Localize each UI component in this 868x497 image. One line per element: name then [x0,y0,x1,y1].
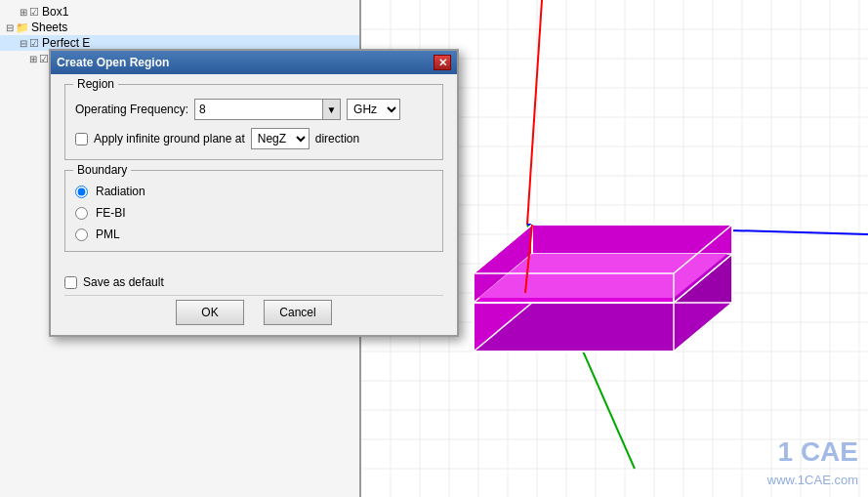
infinite-ground-label: Apply infinite ground plane at [94,132,245,145]
dialog-close-button[interactable]: ✕ [434,55,451,70]
dialog-titlebar: Create Open Region ✕ [51,51,457,74]
op-freq-label: Operating Frequency: [75,103,188,116]
tree-label-perfect: Perfect E [42,36,90,50]
boundary-group-box: Boundary Radiation FE-BI PML [64,170,443,252]
radiation-radio[interactable] [75,186,88,198]
febi-radio-row: FE-BI [75,206,433,220]
checkbox-rect-icon: ☑ [39,53,49,65]
pml-radio-row: PML [75,228,433,241]
save-default-checkbox[interactable] [64,276,77,289]
febi-radio[interactable] [75,207,88,220]
folder-icon: 📁 [16,21,29,34]
op-freq-combo[interactable]: ▼ [194,99,341,120]
dialog-body: Region Operating Frequency: ▼ GHz MHz kH… [51,74,457,275]
febi-label: FE-BI [96,206,126,220]
op-freq-dropdown-arrow[interactable]: ▼ [322,100,340,119]
expand-icon-perfect: ⊟ [20,38,27,49]
expand-icon-rect: ⊞ [29,54,37,64]
op-freq-row: Operating Frequency: ▼ GHz MHz kHz [75,99,433,120]
expand-icon: ⊞ [20,7,27,18]
radiation-radio-row: Radiation [75,185,433,198]
op-freq-input[interactable] [195,100,322,119]
cancel-button[interactable]: Cancel [264,300,332,325]
dialog-footer: OK Cancel [51,296,457,335]
checkbox-perfect-icon: ☑ [29,37,39,50]
ok-button[interactable]: OK [176,300,244,325]
checkbox-icon: ☑ [29,6,39,19]
freq-unit-select[interactable]: GHz MHz kHz [347,99,400,120]
dialog-create-open-region: Create Open Region ✕ Region Operating Fr… [49,49,459,337]
watermark-1cae: 1 CAE [778,436,858,468]
save-default-label: Save as default [83,275,164,289]
pml-label: PML [96,228,120,241]
infinite-ground-row: Apply infinite ground plane at NegZ PosZ… [75,128,433,149]
pml-radio[interactable] [75,228,88,241]
radiation-label: Radiation [96,185,145,198]
tree-item-sheets[interactable]: ⊟ 📁 Sheets [0,20,359,35]
watermark-url: www.1CAE.com [767,472,858,487]
direction-text: direction [315,132,359,145]
tree-label-sheets: Sheets [31,21,67,34]
direction-select[interactable]: NegZ PosZ NegX PosX NegY PosY [251,128,310,149]
tree-item-box1[interactable]: ⊞ ☑ Box1 [0,4,359,20]
region-group-box: Region Operating Frequency: ▼ GHz MHz kH… [64,84,443,160]
dialog-title: Create Open Region [57,56,169,69]
tree-label: Box1 [42,5,68,19]
expand-icon-sheets: ⊟ [6,22,14,33]
region-group-label: Region [73,77,118,91]
infinite-ground-checkbox[interactable] [75,133,88,145]
save-default-row: Save as default [51,275,457,295]
boundary-group-label: Boundary [73,163,131,177]
